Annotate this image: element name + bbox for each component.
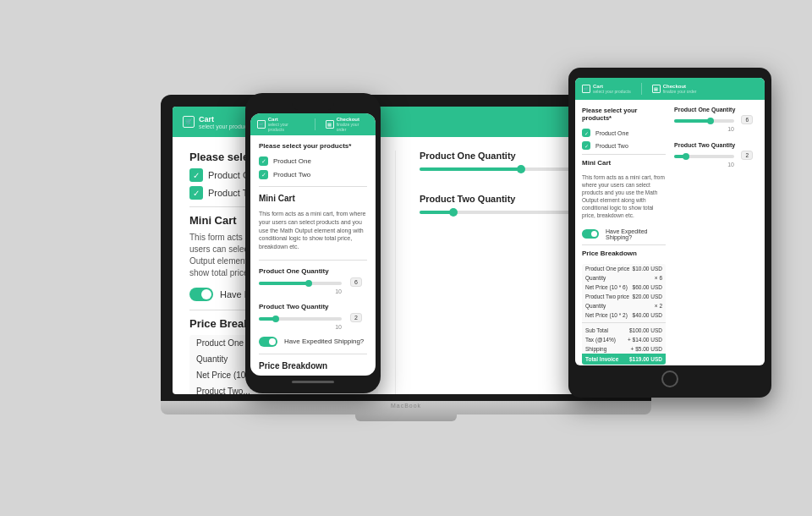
tablet-price-table: Product One price$10.00 USD Quantity× 6 … [582,264,666,365]
tablet-expedited-label: Have Expedited Shipping? [606,228,666,240]
phone-home-bar [292,381,334,383]
tablet-left-col: Please select your products* ✓ Product O… [582,107,666,365]
slider1-thumb[interactable] [517,165,525,173]
phone-divider-2 [259,260,367,261]
tablet-checkout-icon: ▤ [652,85,661,93]
tablet-device: 🛒 Cart select your products ▤ Checkout f… [568,68,771,398]
tablet-product-two-row: ✓ Product Two [582,141,666,150]
slider1[interactable]: 6 [420,167,589,171]
tablet-divider-2 [582,244,666,245]
phone-tab-divider [315,118,315,130]
tablet-price-row-3: Product Two price$20.00 USD [582,292,666,301]
laptop-base [161,401,651,414]
slider2[interactable]: 2 [420,211,589,214]
tablet-price-breakdown-title: Price Breakdown [582,250,666,257]
phone-product-two-label: Product Two [273,171,310,178]
t-pr-v7: + $14.00 USD [628,337,662,343]
phone-slider1[interactable]: 6 [259,282,342,285]
phone-checkout-subtitle: finalize your order [337,122,369,132]
product-two-checkbox[interactable]: ✓ [189,186,203,200]
phone-app-header: 🛒 Cart select your products ▤ Checkout f… [250,113,376,135]
tablet-slider1-container: 6 10 [674,119,758,132]
phone-slider1-thumb[interactable] [305,280,312,287]
phone-slider2-container: 2 10 [259,317,367,330]
tablet-cart-tab[interactable]: 🛒 Cart select your products [582,84,631,94]
tablet-slider2-thumb[interactable] [683,153,689,160]
tablet-product-one-qty-label: Product One Quantity [674,107,758,113]
tablet-checkout-tab[interactable]: ▤ Checkout finalize your order [652,84,697,94]
tablet-slider1[interactable]: 6 [674,119,734,123]
tablet-product-two-label: Product Two [595,143,628,149]
tablet-toggle[interactable] [582,229,599,239]
phone-product-one-qty-label: Product One Quantity [259,267,367,275]
tablet-expedited-row: Have Expedited Shipping? [582,228,666,240]
slider1-max: 10 [420,174,589,180]
expedited-toggle[interactable] [189,288,213,301]
t-pr-l6: Sub Total [585,327,608,333]
cart-icon: 🛒 [183,116,195,128]
phone-product-one-row: ✓ Product One [259,156,367,166]
slider2-thumb[interactable] [449,208,458,217]
phone-notch [292,102,334,110]
tablet-price-row-8: Shipping+ $5.00 USD [582,344,666,354]
phone-slider2-track [259,317,342,321]
phone-slider2-thumb[interactable] [272,316,279,322]
t-pr-v6: $100.00 USD [629,327,662,333]
t-pr-l8: Shipping [585,346,606,352]
tablet-home-button[interactable] [661,371,678,387]
tablet-slider1-value: 6 [741,115,753,124]
slider2-fill [420,211,453,214]
slider1-fill [420,167,521,171]
slider2-max: 10 [420,217,589,223]
phone-device: 🛒 Cart select your products ▤ Checkout f… [245,93,381,393]
tablet-divider-1 [582,154,666,155]
tablet-slider2[interactable]: 2 [674,155,734,158]
tablet-price-row-1: Quantity× 6 [582,273,666,283]
phone-product-one-checkbox[interactable]: ✓ [259,156,268,166]
phone-cart-tab[interactable]: 🛒 Cart select your products [257,117,304,132]
t-pr-l7: Tax (@14%) [585,337,616,343]
phone-products-label: Please select your products* [259,142,367,150]
tablet-mini-cart-text: This form acts as a mini cart, from wher… [582,173,666,220]
tablet-product-two-checkbox[interactable]: ✓ [582,141,590,150]
phone-slider1-container: 6 10 [259,282,367,294]
tablet-price-row-0: Product One price$10.00 USD [582,264,666,273]
phone-mini-cart-title: Mini Cart [259,194,367,203]
phone-expedited-toggle[interactable] [259,337,277,347]
t-pr-v3: $20.00 USD [633,294,662,299]
tablet-outer: 🛒 Cart select your products ▤ Checkout f… [568,68,771,398]
tablet-price-row-6: Sub Total$100.00 USD [582,326,666,335]
tablet-mini-cart-title: Mini Cart [582,159,666,167]
t-pr-v1: × 6 [655,275,662,281]
price-label-1: Quantity [196,354,228,364]
tablet-slider2-container: 2 10 [674,155,758,167]
cart-tab[interactable]: 🛒 Cart select your products [183,115,252,129]
product-one-checkbox[interactable]: ✓ [189,168,203,182]
tablet-app-header: 🛒 Cart select your products ▤ Checkout f… [575,78,765,100]
phone-checkout-tab[interactable]: ▤ Checkout finalize your order [326,117,369,132]
tablet-divider-3 [582,322,666,323]
t-pr-l0: Product One price [585,266,629,272]
t-pr-v5: $40.00 USD [633,312,662,318]
t-total-val: $119.00 USD [629,356,662,362]
tablet-slider2-max: 10 [674,162,734,167]
phone-slider2[interactable]: 2 [259,317,342,321]
phone-slider1-max: 10 [259,288,342,294]
t-pr-l1: Quantity [585,275,606,281]
t-pr-v4: × 2 [655,303,662,309]
phone-product-two-checkbox[interactable]: ✓ [259,170,268,179]
tablet-product-one-row: ✓ Product One [582,129,666,137]
phone-slider2-value: 2 [350,313,362,322]
tablet-product-one-checkbox[interactable]: ✓ [582,129,590,137]
phone-divider-1 [259,186,367,187]
phone-price-breakdown-title: Price Breakdown [259,361,367,371]
slider1-track [420,167,589,171]
tablet-slider1-max: 10 [674,126,734,132]
phone-cart-icon: 🛒 [257,120,266,129]
tablet-slider2-track [674,155,734,158]
tablet-total-row: Total Invoice $119.00 USD [582,354,666,365]
tablet-slider1-thumb[interactable] [707,118,714,124]
laptop-stand [355,414,457,421]
tablet-screen: 🛒 Cart select your products ▤ Checkout f… [575,78,765,365]
phone-content: Please select your products* ✓ Product O… [250,135,376,376]
